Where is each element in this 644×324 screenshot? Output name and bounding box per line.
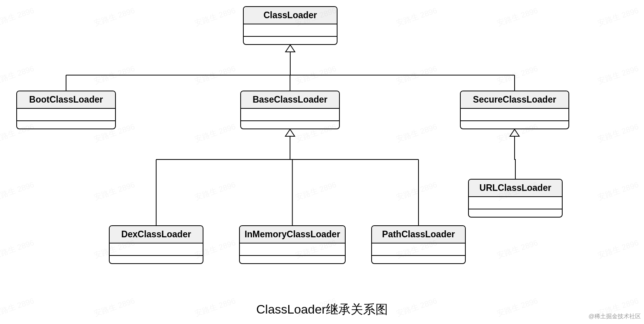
watermark: 安路生 2896 [193, 122, 237, 145]
uml-operations-dexclassloader [110, 256, 203, 264]
watermark: 安路生 2896 [294, 180, 338, 203]
uml-class-dexclassloader: DexClassLoader [109, 225, 203, 264]
watermark: 安路生 2896 [395, 180, 439, 203]
watermark: 安路生 2896 [93, 5, 136, 29]
uml-title-pathclassloader: PathClassLoader [372, 226, 465, 243]
uml-title-secureclassloader: SecureClassLoader [461, 91, 568, 109]
watermark: 安路生 2896 [294, 63, 338, 87]
watermark: 安路生 2896 [93, 63, 136, 87]
uml-operations-pathclassloader [372, 256, 465, 264]
uml-operations-classloader [244, 37, 337, 45]
watermark: 安路生 2896 [395, 122, 439, 145]
uml-class-urlclassloader: URLClassLoader [468, 179, 563, 218]
watermark: 安路生 2896 [395, 63, 439, 87]
watermark: 安路生 2896 [596, 5, 640, 29]
diagram-caption: ClassLoader继承关系图 [0, 301, 644, 318]
uml-attributes-bootclassloader [17, 109, 115, 121]
uml-attributes-dexclassloader [110, 243, 203, 256]
watermark: 安路生 2896 [0, 5, 36, 29]
watermark: 安路生 2896 [596, 122, 640, 145]
arrowhead-baseclassloader [286, 129, 295, 136]
uml-attributes-baseclassloader [241, 109, 339, 121]
uml-attributes-inmemoryclassloader [240, 243, 345, 256]
uml-class-secureclassloader: SecureClassLoader [460, 91, 569, 129]
uml-title-dexclassloader: DexClassLoader [110, 226, 203, 243]
uml-class-classloader: ClassLoader [243, 6, 337, 45]
uml-title-classloader: ClassLoader [244, 7, 337, 24]
uml-operations-secureclassloader [461, 121, 568, 129]
watermark-corner: @稀土掘金技术社区 [589, 313, 641, 320]
uml-attributes-secureclassloader [461, 109, 568, 121]
watermark: 安路生 2896 [496, 5, 539, 29]
watermark: 安路生 2896 [193, 180, 237, 203]
uml-class-pathclassloader: PathClassLoader [371, 225, 466, 264]
uml-title-inmemoryclassloader: InMemoryClassLoader [240, 226, 345, 243]
watermark: 安路生 2896 [93, 180, 136, 203]
uml-attributes-classloader [244, 24, 337, 37]
uml-title-baseclassloader: BaseClassLoader [241, 91, 339, 109]
uml-class-inmemoryclassloader: InMemoryClassLoader [239, 225, 346, 264]
watermark: 安路生 2896 [496, 63, 539, 87]
uml-operations-inmemoryclassloader [240, 256, 345, 264]
uml-title-bootclassloader: BootClassLoader [17, 91, 115, 109]
watermark: 安路生 2896 [596, 63, 640, 87]
watermark: 安路生 2896 [193, 5, 237, 29]
watermark: 安路生 2896 [596, 180, 640, 203]
uml-class-baseclassloader: BaseClassLoader [240, 91, 340, 129]
uml-attributes-urlclassloader [469, 197, 562, 209]
uml-attributes-pathclassloader [372, 243, 465, 256]
uml-operations-baseclassloader [241, 121, 339, 129]
connections-svg [0, 0, 644, 324]
arrowhead-secureclassloader [510, 129, 519, 136]
watermark: 安路生 2896 [596, 238, 640, 261]
watermark: 安路生 2896 [0, 180, 36, 203]
watermark: 安路生 2896 [0, 238, 36, 261]
arrowhead-classloader [286, 45, 295, 52]
watermark: 安路生 2896 [0, 63, 36, 87]
edge-urlclassloader-secureclassloader [515, 136, 515, 179]
watermark: 安路生 2896 [193, 63, 237, 87]
watermark: 安路生 2896 [496, 238, 539, 261]
uml-operations-urlclassloader [469, 209, 562, 217]
uml-operations-bootclassloader [17, 121, 115, 129]
watermark: 安路生 2896 [395, 5, 439, 29]
uml-class-bootclassloader: BootClassLoader [16, 91, 116, 129]
uml-title-urlclassloader: URLClassLoader [469, 180, 562, 197]
